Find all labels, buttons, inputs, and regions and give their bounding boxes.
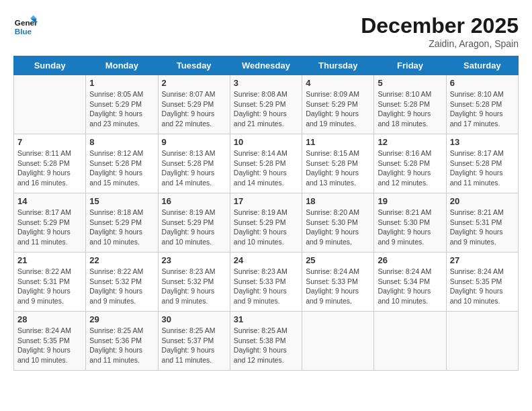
day-info: Sunrise: 8:17 AMSunset: 5:28 PMDaylight:… bbox=[450, 148, 515, 188]
calendar-day-cell: 19Sunrise: 8:21 AMSunset: 5:30 PMDayligh… bbox=[374, 193, 446, 253]
day-info: Sunrise: 8:16 AMSunset: 5:28 PMDaylight:… bbox=[378, 148, 442, 188]
day-info: Sunrise: 8:25 AMSunset: 5:38 PMDaylight:… bbox=[234, 326, 298, 365]
day-number: 19 bbox=[378, 196, 442, 206]
day-info: Sunrise: 8:12 AMSunset: 5:28 PMDaylight:… bbox=[89, 148, 154, 188]
calendar-day-cell: 23Sunrise: 8:23 AMSunset: 5:32 PMDayligh… bbox=[158, 253, 230, 312]
day-number: 7 bbox=[17, 137, 82, 147]
calendar-day-cell: 21Sunrise: 8:22 AMSunset: 5:31 PMDayligh… bbox=[14, 253, 86, 312]
day-info: Sunrise: 8:23 AMSunset: 5:32 PMDaylight:… bbox=[162, 267, 226, 306]
calendar-day-cell: 3Sunrise: 8:08 AMSunset: 5:29 PMDaylight… bbox=[230, 75, 302, 134]
day-info: Sunrise: 8:14 AMSunset: 5:28 PMDaylight:… bbox=[234, 148, 298, 188]
weekday-header: Friday bbox=[374, 56, 446, 75]
day-number: 15 bbox=[89, 196, 154, 206]
day-info: Sunrise: 8:21 AMSunset: 5:31 PMDaylight:… bbox=[450, 208, 515, 247]
svg-text:Blue: Blue bbox=[15, 27, 32, 36]
day-number: 12 bbox=[378, 137, 442, 147]
day-info: Sunrise: 8:15 AMSunset: 5:28 PMDaylight:… bbox=[306, 148, 370, 188]
day-number: 23 bbox=[162, 255, 226, 265]
calendar-day-cell: 10Sunrise: 8:14 AMSunset: 5:28 PMDayligh… bbox=[230, 134, 302, 193]
day-info: Sunrise: 8:17 AMSunset: 5:29 PMDaylight:… bbox=[17, 208, 82, 247]
day-number: 21 bbox=[17, 255, 82, 265]
weekday-header: Thursday bbox=[302, 56, 374, 75]
day-number: 9 bbox=[162, 137, 226, 147]
day-number: 18 bbox=[306, 196, 370, 206]
calendar-week-row: 21Sunrise: 8:22 AMSunset: 5:31 PMDayligh… bbox=[14, 253, 519, 312]
calendar-day-cell: 8Sunrise: 8:12 AMSunset: 5:28 PMDaylight… bbox=[86, 134, 158, 193]
calendar-day-cell: 4Sunrise: 8:09 AMSunset: 5:29 PMDaylight… bbox=[302, 75, 374, 134]
calendar-day-cell bbox=[14, 75, 86, 134]
calendar-week-row: 1Sunrise: 8:05 AMSunset: 5:29 PMDaylight… bbox=[14, 75, 519, 134]
calendar-day-cell: 2Sunrise: 8:07 AMSunset: 5:29 PMDaylight… bbox=[158, 75, 230, 134]
calendar-table: SundayMondayTuesdayWednesdayThursdayFrid… bbox=[13, 56, 519, 371]
day-info: Sunrise: 8:21 AMSunset: 5:30 PMDaylight:… bbox=[378, 208, 442, 247]
calendar-day-cell: 5Sunrise: 8:10 AMSunset: 5:28 PMDaylight… bbox=[374, 75, 446, 134]
day-number: 27 bbox=[450, 255, 515, 265]
calendar-day-cell: 27Sunrise: 8:24 AMSunset: 5:35 PMDayligh… bbox=[446, 253, 518, 312]
day-number: 8 bbox=[89, 137, 154, 147]
title-block: December 2025 Zaidin, Aragon, Spain bbox=[361, 13, 519, 49]
location: Zaidin, Aragon, Spain bbox=[361, 38, 519, 49]
calendar-day-cell: 16Sunrise: 8:19 AMSunset: 5:29 PMDayligh… bbox=[158, 193, 230, 253]
day-number: 4 bbox=[306, 78, 370, 88]
day-number: 6 bbox=[450, 78, 515, 88]
day-info: Sunrise: 8:23 AMSunset: 5:33 PMDaylight:… bbox=[234, 267, 298, 306]
day-info: Sunrise: 8:18 AMSunset: 5:29 PMDaylight:… bbox=[89, 208, 154, 247]
day-number: 28 bbox=[17, 314, 82, 324]
calendar-day-cell: 31Sunrise: 8:25 AMSunset: 5:38 PMDayligh… bbox=[230, 312, 302, 371]
month-title: December 2025 bbox=[361, 13, 519, 38]
day-number: 24 bbox=[234, 255, 298, 265]
calendar-day-cell: 15Sunrise: 8:18 AMSunset: 5:29 PMDayligh… bbox=[86, 193, 158, 253]
calendar-week-row: 7Sunrise: 8:11 AMSunset: 5:28 PMDaylight… bbox=[14, 134, 519, 193]
day-number: 11 bbox=[306, 137, 370, 147]
day-info: Sunrise: 8:19 AMSunset: 5:29 PMDaylight:… bbox=[234, 208, 298, 247]
svg-marker-3 bbox=[30, 15, 36, 19]
calendar-day-cell: 1Sunrise: 8:05 AMSunset: 5:29 PMDaylight… bbox=[86, 75, 158, 134]
calendar-week-row: 14Sunrise: 8:17 AMSunset: 5:29 PMDayligh… bbox=[14, 193, 519, 253]
day-number: 31 bbox=[234, 314, 298, 324]
day-number: 26 bbox=[378, 255, 442, 265]
day-info: Sunrise: 8:24 AMSunset: 5:34 PMDaylight:… bbox=[378, 267, 442, 306]
calendar-day-cell: 9Sunrise: 8:13 AMSunset: 5:28 PMDaylight… bbox=[158, 134, 230, 193]
day-info: Sunrise: 8:19 AMSunset: 5:29 PMDaylight:… bbox=[162, 208, 226, 247]
day-number: 1 bbox=[89, 78, 154, 88]
calendar-day-cell: 22Sunrise: 8:22 AMSunset: 5:32 PMDayligh… bbox=[86, 253, 158, 312]
day-number: 13 bbox=[450, 137, 515, 147]
logo: General Blue bbox=[13, 13, 38, 38]
calendar-day-cell: 29Sunrise: 8:25 AMSunset: 5:36 PMDayligh… bbox=[86, 312, 158, 371]
day-number: 25 bbox=[306, 255, 370, 265]
day-number: 22 bbox=[89, 255, 154, 265]
day-number: 17 bbox=[234, 196, 298, 206]
calendar-day-cell: 7Sunrise: 8:11 AMSunset: 5:28 PMDaylight… bbox=[14, 134, 86, 193]
calendar-day-cell bbox=[446, 312, 518, 371]
weekday-header: Saturday bbox=[446, 56, 518, 75]
calendar-day-cell: 20Sunrise: 8:21 AMSunset: 5:31 PMDayligh… bbox=[446, 193, 518, 253]
day-info: Sunrise: 8:24 AMSunset: 5:35 PMDaylight:… bbox=[450, 267, 515, 306]
weekday-header: Wednesday bbox=[230, 56, 302, 75]
day-number: 2 bbox=[162, 78, 226, 88]
day-info: Sunrise: 8:22 AMSunset: 5:32 PMDaylight:… bbox=[89, 267, 154, 306]
day-info: Sunrise: 8:24 AMSunset: 5:35 PMDaylight:… bbox=[17, 326, 82, 365]
day-number: 14 bbox=[17, 196, 82, 206]
day-info: Sunrise: 8:07 AMSunset: 5:29 PMDaylight:… bbox=[162, 89, 226, 129]
calendar-day-cell: 14Sunrise: 8:17 AMSunset: 5:29 PMDayligh… bbox=[14, 193, 86, 253]
day-info: Sunrise: 8:10 AMSunset: 5:28 PMDaylight:… bbox=[378, 89, 442, 129]
day-info: Sunrise: 8:20 AMSunset: 5:30 PMDaylight:… bbox=[306, 208, 370, 247]
calendar-day-cell: 12Sunrise: 8:16 AMSunset: 5:28 PMDayligh… bbox=[374, 134, 446, 193]
day-info: Sunrise: 8:10 AMSunset: 5:28 PMDaylight:… bbox=[450, 89, 515, 129]
calendar-day-cell: 6Sunrise: 8:10 AMSunset: 5:28 PMDaylight… bbox=[446, 75, 518, 134]
calendar-day-cell: 17Sunrise: 8:19 AMSunset: 5:29 PMDayligh… bbox=[230, 193, 302, 253]
day-info: Sunrise: 8:25 AMSunset: 5:37 PMDaylight:… bbox=[162, 326, 226, 365]
day-number: 10 bbox=[234, 137, 298, 147]
calendar-day-cell: 26Sunrise: 8:24 AMSunset: 5:34 PMDayligh… bbox=[374, 253, 446, 312]
page-header: General Blue December 2025 Zaidin, Arago… bbox=[13, 13, 519, 49]
logo-icon: General Blue bbox=[13, 13, 38, 38]
calendar-day-cell: 13Sunrise: 8:17 AMSunset: 5:28 PMDayligh… bbox=[446, 134, 518, 193]
day-number: 16 bbox=[162, 196, 226, 206]
calendar-day-cell: 24Sunrise: 8:23 AMSunset: 5:33 PMDayligh… bbox=[230, 253, 302, 312]
day-number: 3 bbox=[234, 78, 298, 88]
weekday-header: Tuesday bbox=[158, 56, 230, 75]
calendar-day-cell: 30Sunrise: 8:25 AMSunset: 5:37 PMDayligh… bbox=[158, 312, 230, 371]
calendar-day-cell bbox=[374, 312, 446, 371]
day-number: 20 bbox=[450, 196, 515, 206]
calendar-day-cell: 28Sunrise: 8:24 AMSunset: 5:35 PMDayligh… bbox=[14, 312, 86, 371]
